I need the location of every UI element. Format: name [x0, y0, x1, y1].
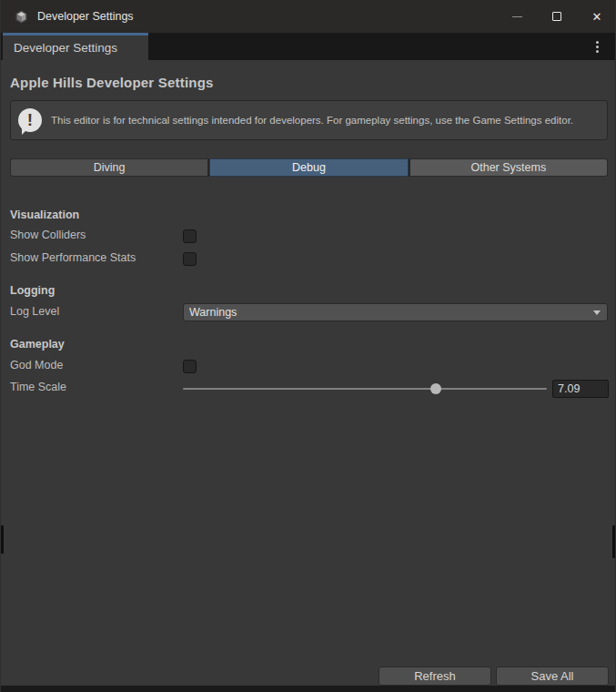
- help-box: ! This editor is for technical settings …: [10, 100, 608, 140]
- window-title: Developer Settings: [37, 10, 134, 23]
- close-button[interactable]: ✕: [577, 0, 616, 33]
- minimize-button[interactable]: [497, 0, 537, 33]
- kebab-dot: [596, 50, 599, 53]
- help-text: This editor is for technical settings in…: [51, 114, 586, 127]
- maximize-button[interactable]: [537, 0, 577, 33]
- tab-menu-button[interactable]: [590, 39, 604, 54]
- tab-diving-label: Diving: [94, 161, 126, 174]
- save-all-button[interactable]: Save All: [496, 667, 609, 686]
- close-icon: ✕: [592, 11, 602, 23]
- tab-developer-settings[interactable]: Developer Settings: [3, 33, 148, 60]
- show-colliders-label: Show Colliders: [10, 229, 86, 241]
- window-bottom-edge: [1, 686, 616, 692]
- chevron-down-icon: [593, 310, 601, 315]
- section-visualization: Visualization: [10, 209, 79, 221]
- god-mode-label: God Mode: [10, 359, 63, 371]
- tab-other-systems-label: Other Systems: [470, 161, 546, 174]
- section-logging: Logging: [10, 284, 55, 297]
- show-performance-stats-checkbox[interactable]: [183, 252, 197, 266]
- god-mode-checkbox[interactable]: [183, 360, 197, 373]
- tab-diving[interactable]: Diving: [10, 158, 208, 177]
- kebab-dot: [596, 41, 599, 44]
- maximize-icon: [552, 12, 561, 21]
- footer-buttons: Refresh Save All: [379, 667, 609, 686]
- refresh-button[interactable]: Refresh: [379, 667, 491, 686]
- kebab-dot: [596, 46, 599, 48]
- time-scale-slider[interactable]: [183, 388, 547, 390]
- tab-debug-label: Debug: [292, 161, 326, 174]
- tab-other-systems[interactable]: Other Systems: [409, 158, 608, 177]
- tab-debug[interactable]: Debug: [209, 158, 408, 177]
- show-colliders-checkbox[interactable]: [183, 229, 197, 243]
- time-scale-slider-handle[interactable]: [430, 383, 441, 394]
- developer-settings-window: Developer Settings ✕ Developer Settings …: [0, 0, 616, 692]
- log-level-dropdown[interactable]: Warnings: [183, 303, 608, 321]
- time-scale-value-field[interactable]: 7.09: [552, 380, 609, 398]
- settings-content: Apple Hills Developer Settings ! This ed…: [1, 60, 616, 687]
- show-performance-stats-label: Show Performance Stats: [10, 251, 136, 264]
- editor-tab-strip: Developer Settings: [1, 33, 616, 60]
- window-edge-notch-right: [612, 525, 615, 558]
- info-bubble-icon: !: [18, 108, 43, 133]
- log-level-label: Log Level: [10, 305, 59, 318]
- time-scale-label: Time Scale: [10, 381, 66, 393]
- minimize-icon: [512, 16, 522, 17]
- window-edge-notch-left: [1, 525, 4, 554]
- editor-tab-label: Developer Settings: [14, 41, 117, 55]
- log-level-value: Warnings: [184, 306, 593, 319]
- bubble-tail: [22, 128, 28, 135]
- unity-logo-icon: [14, 9, 29, 25]
- window-controls: ✕: [497, 0, 616, 33]
- section-gameplay: Gameplay: [10, 338, 65, 351]
- window-titlebar: Developer Settings ✕: [1, 0, 616, 33]
- category-tabs: Diving Debug Other Systems: [10, 158, 608, 177]
- page-title: Apple Hills Developer Settings: [10, 75, 214, 90]
